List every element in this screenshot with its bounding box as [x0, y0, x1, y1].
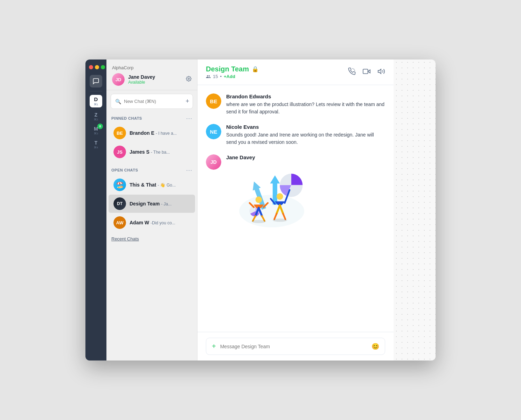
chat-meta: 15 • +Add [206, 74, 259, 79]
search-input[interactable] [124, 99, 183, 104]
open-chat-adam[interactable]: AW Adam W -Did you co... [109, 214, 195, 232]
avatar: NE [206, 124, 221, 139]
message-input[interactable] [220, 344, 367, 349]
main-chat: Design Team 🔒 15 • +Add [197, 59, 394, 360]
avatar: DT [113, 197, 126, 210]
right-decorative-panel [394, 59, 436, 360]
chat-info: James S - The ba... [130, 149, 190, 155]
chat-body: BE Brandon Edwards where are we on the p… [197, 85, 394, 332]
minimize-button[interactable] [95, 65, 99, 69]
chat-info: Design Team - Ja... [130, 201, 190, 206]
avatar: BE [113, 127, 126, 139]
add-members-button[interactable]: +Add [224, 74, 235, 79]
svg-point-9 [256, 196, 262, 203]
chat-name: Brandon E - I have a... [130, 130, 190, 136]
lock-icon: 🔒 [252, 66, 259, 72]
chat-actions [348, 68, 385, 77]
traffic-lights [85, 65, 105, 69]
workspace-item-z[interactable]: Z ⌘2 [90, 110, 102, 123]
chat-name: This & That - 👋 Go... [130, 182, 190, 188]
open-chat-this-that[interactable]: 🏖️ This & That - 👋 Go... [109, 176, 195, 194]
message-jane: JD Jane Davey [206, 154, 385, 234]
sidebar-header: AlphaCorp JD Jane Davey Available [106, 59, 197, 90]
message-nicole: NE Nicole Evans Sounds good! Jane and Ir… [206, 124, 385, 146]
svg-point-23 [251, 220, 266, 223]
search-bar[interactable]: 🔍 + [111, 94, 193, 109]
user-name: Jane Davey [128, 74, 182, 80]
new-chat-button[interactable]: + [186, 98, 189, 105]
open-chats-header: OPEN CHATS ⋯ [106, 164, 197, 175]
open-chats-title: OPEN CHATS [111, 168, 138, 172]
workspace-sidebar: D ⌘1 Z ⌘2 8 M ⌘3 T ⌘4 [85, 59, 106, 360]
pinned-chats-title: PINNED CHATS [111, 116, 142, 120]
user-status: Available [128, 80, 182, 85]
pinned-chats-more-icon[interactable]: ⋯ [186, 115, 192, 121]
user-info: JD Jane Davey Available [112, 73, 192, 86]
chat-name: Design Team - Ja... [130, 201, 190, 206]
chat-main-icon[interactable] [90, 75, 102, 88]
avatar: 🏖️ [113, 178, 126, 191]
message-content: Nicole Evans Sounds good! Jane and Irene… [226, 124, 385, 146]
chat-info: Adam W -Did you co... [130, 220, 190, 225]
avatar: JS [113, 146, 126, 158]
svg-rect-2 [363, 69, 368, 74]
video-icon[interactable] [363, 68, 370, 77]
chat-input-area: + 😊 [197, 332, 394, 360]
chat-header: Design Team 🔒 15 • +Add [197, 59, 394, 85]
open-chats-more-icon[interactable]: ⋯ [186, 167, 192, 173]
company-name: AlphaCorp [112, 65, 192, 70]
message-content: Brandon Edwards where are we on the prod… [226, 93, 385, 115]
svg-point-16 [277, 193, 283, 200]
emoji-button[interactable]: 😊 [371, 343, 379, 350]
workspace-item-d[interactable]: D ⌘1 [90, 95, 102, 107]
recent-chats-link[interactable]: Recent Chats [106, 232, 197, 246]
avatar: BE [206, 93, 221, 109]
volume-icon[interactable] [377, 68, 385, 77]
settings-button[interactable] [186, 76, 192, 83]
message-brandon: BE Brandon Edwards where are we on the p… [206, 93, 385, 115]
chat-name: Adam W -Did you co... [130, 220, 190, 225]
search-icon: 🔍 [115, 99, 121, 104]
pinned-chats-header: PINNED CHATS ⋯ [106, 112, 197, 124]
message-sender: Nicole Evans [226, 124, 385, 130]
chat-title-area: Design Team 🔒 15 • +Add [206, 65, 259, 79]
message-text: Sounds good! Jane and Irene are working … [226, 131, 385, 146]
message-sender: Brandon Edwards [226, 93, 385, 99]
notification-badge: 8 [97, 124, 103, 129]
chat-title: Design Team 🔒 [206, 65, 259, 73]
avatar: AW [113, 216, 126, 229]
maximize-button[interactable] [101, 65, 105, 69]
svg-marker-3 [378, 69, 381, 74]
chat-input-box[interactable]: + 😊 [206, 338, 385, 355]
chat-info: Brandon E - I have a... [130, 130, 190, 136]
open-chat-design-team[interactable]: DT Design Team - Ja... [109, 195, 195, 213]
phone-icon[interactable] [348, 68, 356, 77]
pinned-chat-james[interactable]: JS James S - The ba... [109, 143, 195, 161]
workspace-item-m[interactable]: 8 M ⌘3 [90, 124, 102, 137]
message-text: where are we on the product illustration… [226, 101, 385, 115]
avatar[interactable]: JD [112, 73, 125, 86]
workspace-item-t[interactable]: T ⌘4 [90, 138, 102, 151]
message-content: Jane Davey [226, 154, 385, 234]
svg-marker-1 [368, 70, 370, 73]
svg-point-24 [273, 219, 287, 222]
avatar: JD [206, 154, 221, 170]
message-sender: Jane Davey [226, 154, 385, 160]
channel-sidebar: AlphaCorp JD Jane Davey Available [106, 59, 197, 360]
svg-point-0 [188, 78, 189, 79]
user-details: Jane Davey Available [128, 74, 182, 85]
attach-button[interactable]: + [212, 342, 216, 350]
pinned-chat-brandon[interactable]: BE Brandon E - I have a... [109, 124, 195, 142]
chat-info: This & That - 👋 Go... [130, 182, 190, 188]
message-image [226, 163, 324, 234]
chat-name: James S - The ba... [130, 149, 190, 155]
close-button[interactable] [89, 65, 93, 69]
